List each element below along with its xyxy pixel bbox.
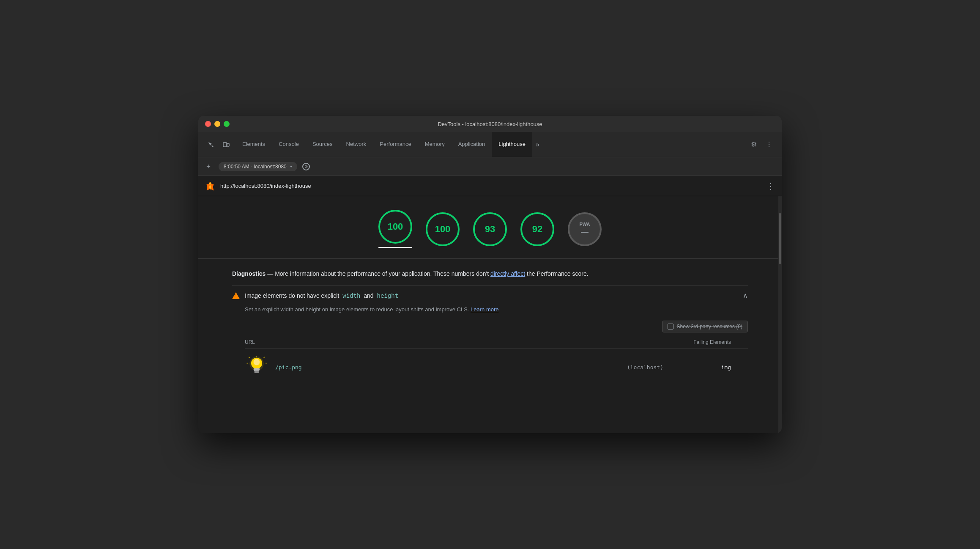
audit-item: Image elements do not have explicit widt…	[232, 285, 748, 390]
score-underline-performance	[378, 247, 412, 248]
checkbox-box	[668, 324, 673, 329]
settings-icon[interactable]: ⚙	[748, 139, 760, 151]
no-entry-icon[interactable]: ⊘	[302, 163, 310, 170]
table-headers: URL Failing Elements	[245, 338, 748, 349]
score-accessibility[interactable]: 100	[426, 212, 460, 246]
window-title: DevTools - localhost:8080/index-lighthou…	[205, 121, 775, 127]
row-thumbnail	[245, 356, 268, 379]
tab-lighthouse[interactable]: Lighthouse	[492, 132, 532, 157]
svg-rect-0	[223, 143, 227, 147]
col-failing-header: Failing Elements	[663, 339, 748, 345]
minimize-button[interactable]	[214, 121, 220, 127]
maximize-button[interactable]	[224, 121, 230, 127]
toolbar-left-icons	[202, 139, 235, 151]
tab-performance[interactable]: Performance	[373, 132, 418, 157]
audit-code-width: width	[342, 292, 360, 299]
table-row: /pic.png (localhost) img	[245, 352, 748, 383]
url-bar: ＋ 8:00:50 AM - localhost:8080 ▾ ⊘	[198, 157, 782, 176]
tab-console[interactable]: Console	[272, 132, 306, 157]
title-bar: DevTools - localhost:8080/index-lighthou…	[198, 116, 782, 132]
svg-rect-9	[254, 371, 259, 373]
audit-description: Set an explicit width and height on imag…	[245, 305, 748, 314]
traffic-lights	[205, 121, 230, 127]
audit-code-height: height	[377, 292, 399, 299]
tab-bar: Elements Console Sources Network Perform…	[235, 132, 745, 157]
score-seo[interactable]: 92	[520, 212, 554, 246]
score-circle-best-practices: 93	[473, 212, 507, 246]
device-toggle-icon[interactable]	[220, 139, 232, 151]
audit-item-header[interactable]: Image elements do not have explicit widt…	[232, 285, 748, 305]
audit-details: Set an explicit width and height on imag…	[232, 305, 748, 390]
svg-line-11	[249, 357, 249, 358]
third-party-checkbox-row: Show 3rd-party resources (0)	[245, 321, 748, 332]
svg-rect-7	[254, 368, 260, 370]
row-url[interactable]: /pic.png	[275, 364, 624, 371]
score-pwa[interactable]: PWA —	[568, 212, 602, 246]
svg-line-12	[264, 357, 265, 358]
score-circle-accessibility: 100	[426, 212, 460, 246]
tab-sources[interactable]: Sources	[306, 132, 339, 157]
devtools-toolbar: Elements Console Sources Network Perform…	[198, 132, 782, 157]
tab-memory[interactable]: Memory	[418, 132, 452, 157]
row-host: (localhost)	[627, 364, 663, 371]
url-caret: ▾	[290, 164, 292, 169]
tab-more-icon[interactable]: »	[532, 132, 543, 157]
inspect-icon[interactable]	[205, 139, 217, 151]
devtools-window: DevTools - localhost:8080/index-lighthou…	[198, 116, 782, 433]
learn-more-link[interactable]: Learn more	[471, 306, 498, 313]
score-best-practices[interactable]: 93	[473, 212, 507, 246]
scrollbar[interactable]	[778, 196, 782, 433]
diagnostics-description-after: the Performance score.	[527, 270, 589, 277]
diagnostics-title: Diagnostics	[232, 270, 266, 277]
score-circle-pwa: PWA —	[568, 212, 602, 246]
more-options-icon[interactable]: ⋮	[763, 139, 775, 151]
tab-application[interactable]: Application	[452, 132, 492, 157]
url-text: 8:00:50 AM - localhost:8080	[224, 164, 287, 170]
score-circle-seo: 92	[520, 212, 554, 246]
scrollbar-thumb[interactable]	[779, 213, 781, 264]
third-party-checkbox[interactable]: Show 3rd-party resources (0)	[662, 321, 748, 332]
col-url-header: URL	[245, 339, 663, 345]
toolbar-right-icons: ⚙ ⋮	[745, 139, 778, 151]
add-tab-button[interactable]: ＋	[203, 162, 214, 172]
close-button[interactable]	[205, 121, 211, 127]
audit-title: Image elements do not have explicit widt…	[245, 292, 738, 299]
lighthouse-more-icon[interactable]: ⋮	[766, 181, 775, 191]
svg-rect-1	[227, 143, 229, 146]
main-content: 100 100 93 92	[198, 196, 782, 433]
warning-icon	[232, 292, 240, 299]
lighthouse-logo-icon	[205, 181, 215, 191]
lightbulb-thumbnail-icon	[246, 356, 267, 379]
url-display[interactable]: 8:00:50 AM - localhost:8080 ▾	[219, 162, 297, 171]
tab-elements[interactable]: Elements	[235, 132, 272, 157]
scores-area: 100 100 93 92	[198, 196, 782, 259]
diagnostics-section: Diagnostics — More information about the…	[198, 259, 782, 390]
audit-chevron-icon: ∧	[743, 291, 748, 299]
score-circle-performance: 100	[378, 210, 412, 244]
lighthouse-header: http://localhost:8080/index-lighthouse ⋮	[198, 176, 782, 196]
score-performance[interactable]: 100	[378, 210, 412, 248]
svg-rect-8	[254, 370, 259, 371]
diagnostics-link[interactable]: directly affect	[490, 270, 525, 277]
diagnostics-header: Diagnostics — More information about the…	[232, 269, 748, 278]
lighthouse-url: http://localhost:8080/index-lighthouse	[220, 183, 766, 189]
svg-point-6	[254, 359, 260, 365]
third-party-label: Show 3rd-party resources (0)	[677, 324, 742, 329]
row-failing-element: img	[663, 364, 748, 371]
diagnostics-description: — More information about the performance…	[267, 270, 489, 277]
tab-network[interactable]: Network	[339, 132, 373, 157]
